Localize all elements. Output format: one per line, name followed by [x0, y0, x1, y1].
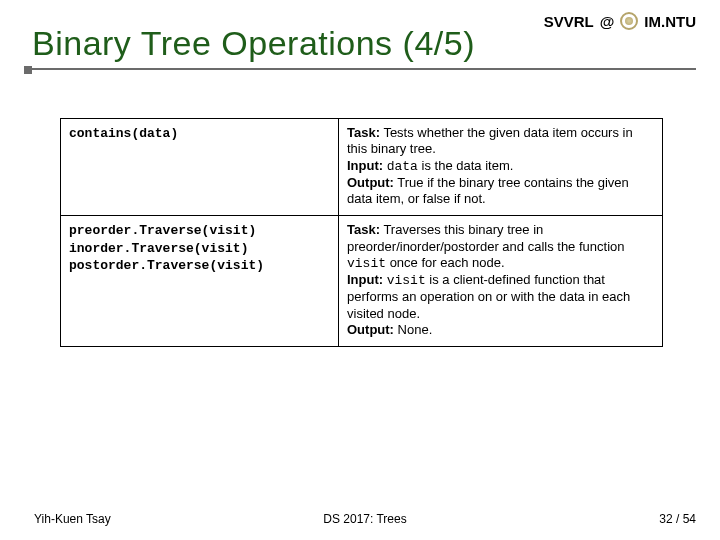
page-sep: / — [673, 512, 683, 526]
header-org-left: SVVRL — [544, 13, 594, 30]
label-task: Task: — [347, 222, 380, 237]
operation-signature-cell: preorder.Traverse(visit) inorder.Travers… — [61, 216, 339, 347]
table-row: contains(data) Task: Tests whether the g… — [61, 119, 663, 216]
footer: Yih-Kuen Tsay DS 2017: Trees 32 / 54 — [34, 512, 696, 526]
task-text: Tests whether the given data item occurs… — [347, 125, 633, 156]
operation-description-cell: Task: Tests whether the given data item … — [339, 119, 663, 216]
page-total: 54 — [683, 512, 696, 526]
operation-signature-cell: contains(data) — [61, 119, 339, 216]
footer-author: Yih-Kuen Tsay — [34, 512, 111, 526]
label-input: Input: — [347, 272, 383, 287]
input-text: is the data item. — [418, 158, 513, 173]
task-text-post: once for each node. — [386, 255, 505, 270]
title-underline — [24, 68, 696, 70]
page-title: Binary Tree Operations (4/5) — [32, 24, 475, 63]
input-code: data — [387, 159, 418, 174]
task-text-pre: Traverses this binary tree in preorder/i… — [347, 222, 625, 253]
footer-page: 32 / 54 — [659, 512, 696, 526]
page-current: 32 — [659, 512, 672, 526]
footer-course: DS 2017: Trees — [323, 512, 406, 526]
ntu-logo-icon — [620, 12, 638, 30]
input-code: visit — [387, 273, 426, 288]
header-at: @ — [600, 13, 615, 30]
operation-signature: contains(data) — [69, 126, 178, 141]
table-row: preorder.Traverse(visit) inorder.Travers… — [61, 216, 663, 347]
slide: SVVRL @ IM.NTU Binary Tree Operations (4… — [0, 0, 720, 540]
label-input: Input: — [347, 158, 383, 173]
header-affiliation: SVVRL @ IM.NTU — [544, 12, 696, 30]
header-org-right: IM.NTU — [644, 13, 696, 30]
label-task: Task: — [347, 125, 380, 140]
operation-description-cell: Task: Traverses this binary tree in preo… — [339, 216, 663, 347]
operation-signature: preorder.Traverse(visit) inorder.Travers… — [69, 223, 264, 273]
label-output: Output: — [347, 322, 394, 337]
label-output: Output: — [347, 175, 394, 190]
output-text: None. — [398, 322, 433, 337]
task-code: visit — [347, 256, 386, 271]
operations-table: contains(data) Task: Tests whether the g… — [60, 118, 663, 347]
